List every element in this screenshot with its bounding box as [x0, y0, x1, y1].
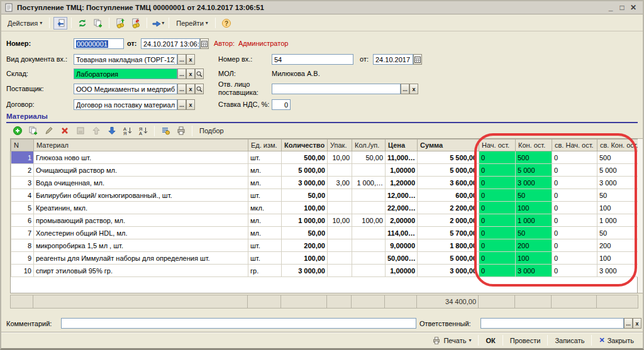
supplier-person-select-button[interactable]: ...	[401, 84, 409, 94]
cell[interactable]: 2 200,00	[418, 202, 479, 214]
warehouse-open-button[interactable]	[195, 68, 204, 79]
post-button[interactable]: Провести	[505, 334, 546, 347]
cell[interactable]: 0	[479, 252, 516, 265]
end-edit-button[interactable]	[74, 124, 87, 137]
cell[interactable]: 0	[552, 227, 597, 239]
cell[interactable]: 0	[552, 252, 597, 265]
cell[interactable]: 1 800,00	[418, 239, 479, 252]
cell[interactable]: 8	[11, 239, 34, 252]
write-button[interactable]: Записать	[550, 334, 589, 347]
cell[interactable]: 3 000,00	[282, 177, 328, 189]
cell[interactable]: 3	[11, 177, 34, 189]
cell[interactable]: 2	[11, 164, 34, 177]
refresh-button[interactable]	[75, 17, 89, 30]
cell[interactable]: 5	[11, 202, 34, 214]
warehouse-input[interactable]	[74, 68, 177, 79]
cell[interactable]: 1,00000	[386, 164, 418, 177]
cell[interactable]	[328, 227, 352, 239]
doc-kind-clear-button[interactable]: x	[186, 54, 195, 65]
cell[interactable]: 3 600,00	[418, 177, 479, 189]
supplier-person-input[interactable]	[272, 84, 401, 94]
cell[interactable]	[328, 239, 352, 252]
incoming-date-input[interactable]	[373, 54, 413, 65]
podbor-button[interactable]: Подбор	[196, 126, 227, 136]
ok-button[interactable]: ОК	[480, 334, 500, 347]
cell[interactable]: 1 000,…	[352, 177, 386, 189]
cell[interactable]: 50	[516, 189, 552, 202]
cell[interactable]: 200	[516, 239, 552, 252]
cell[interactable]: 0	[479, 214, 516, 227]
contract-input[interactable]	[74, 99, 177, 110]
move-up-button[interactable]	[89, 124, 103, 137]
cell[interactable]: 100	[597, 202, 639, 214]
sort-descending-button[interactable]: ЯА	[136, 124, 150, 137]
cell[interactable]: мл.	[248, 164, 282, 177]
actions-menu-button[interactable]: Действия▾	[4, 18, 45, 28]
cell[interactable]: 50,000…	[386, 252, 418, 265]
cell[interactable]: Билирубин общий/ конъюгированный., шт.	[34, 189, 248, 202]
supplier-clear-button[interactable]: x	[186, 84, 195, 94]
cell[interactable]: 0	[479, 177, 516, 189]
cell[interactable]: 50	[516, 227, 552, 239]
cell[interactable]	[352, 265, 386, 277]
cell[interactable]: 0	[479, 202, 516, 214]
cell[interactable]: 3 000,00	[418, 265, 479, 277]
cell[interactable]: 50,00	[282, 189, 328, 202]
cell[interactable]	[328, 189, 352, 202]
cell[interactable]: 1 000,00	[282, 214, 328, 227]
cell[interactable]: 0	[479, 265, 516, 277]
sort-ascending-button[interactable]: АЯ	[121, 124, 135, 137]
date-input[interactable]: 24.10.2017 13:06:51	[141, 38, 200, 49]
cell[interactable]: гр.	[248, 265, 282, 277]
cell[interactable]: 0	[552, 239, 597, 252]
cell[interactable]: 50,00	[352, 151, 386, 164]
post-document-button[interactable]	[113, 17, 127, 30]
cell[interactable]: 4	[11, 189, 34, 202]
cell[interactable]: 5 000,00	[282, 164, 328, 177]
cell[interactable]: Креатинин, мкл.	[34, 202, 248, 214]
cell[interactable]: мл.	[248, 227, 282, 239]
cell[interactable]: 11,000…	[386, 151, 418, 164]
print-button[interactable]: Печать▾	[427, 334, 476, 347]
cell[interactable]: 5 000,00	[418, 164, 479, 177]
comment-input[interactable]	[61, 318, 416, 329]
cell[interactable]: 9	[11, 252, 34, 265]
cell[interactable]: 100,00	[282, 202, 328, 214]
cell[interactable]: 100,00	[352, 214, 386, 227]
cell[interactable]	[328, 252, 352, 265]
copy-row-button[interactable]	[26, 124, 40, 137]
cell[interactable]: 10,00	[328, 151, 352, 164]
responsible-clear-button[interactable]: x	[633, 318, 641, 329]
cell[interactable]	[352, 239, 386, 252]
cell[interactable]: мкл.	[248, 202, 282, 214]
incoming-date-calendar-button[interactable]	[413, 54, 422, 65]
warehouse-select-button[interactable]: ...	[177, 68, 186, 79]
date-calendar-button[interactable]	[200, 38, 209, 49]
cell[interactable]: 5 000	[597, 164, 639, 177]
cell[interactable]: 200	[597, 239, 639, 252]
copy-add-button[interactable]	[91, 17, 105, 30]
cell[interactable]: 3,00	[328, 177, 352, 189]
unpost-document-button[interactable]	[129, 17, 143, 30]
cell[interactable]: 1,00000	[386, 265, 418, 277]
cell[interactable]: шт.	[248, 189, 282, 202]
cell[interactable]: Холестерин общий HDL, мл.	[34, 227, 248, 239]
cell[interactable]	[352, 252, 386, 265]
add-row-button[interactable]	[11, 124, 25, 137]
cell[interactable]: 0	[552, 177, 597, 189]
responsible-input[interactable]	[480, 318, 624, 329]
edit-row-button[interactable]	[42, 124, 56, 137]
cell[interactable]: мл.	[248, 214, 282, 227]
cell[interactable]: 3 000	[516, 265, 552, 277]
cell[interactable]: 22,000…	[386, 202, 418, 214]
cell[interactable]: 0	[479, 164, 516, 177]
cell[interactable]: 1 000	[597, 214, 639, 227]
cell[interactable]: 3 000	[597, 177, 639, 189]
cell[interactable]: 5 000	[516, 164, 552, 177]
cell[interactable]: 6	[11, 214, 34, 227]
cell[interactable]: 100	[516, 252, 552, 265]
cell[interactable]: 600,00	[418, 189, 479, 202]
reread-button[interactable]	[53, 17, 67, 30]
cell[interactable]: 0	[552, 164, 597, 177]
cell[interactable]: микропробирка 1,5 мл , шт.	[34, 239, 248, 252]
